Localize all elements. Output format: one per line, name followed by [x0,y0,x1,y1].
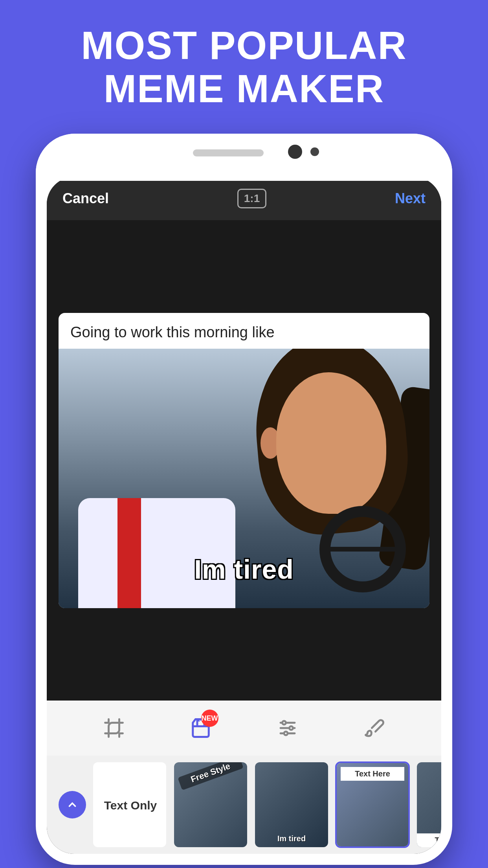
cancel-button[interactable]: Cancel [62,190,109,207]
meme-image-container: Im tired [59,349,429,608]
adjust-tool[interactable] [277,717,298,739]
app-header-title: MOST POPULAR MEME MAKER [0,0,488,126]
phone-speaker [193,149,264,156]
crop-tool[interactable] [103,717,125,739]
svg-point-6 [284,732,288,735]
new-badge: NEW [201,710,218,727]
phone-camera-small [310,147,319,156]
phone-camera [288,145,302,159]
phone-wrapper: Cancel 1:1 Next Going to work this morni… [36,134,452,865]
template-item-freestyle[interactable]: Free Style [173,761,248,848]
template-item-text-here[interactable]: Text Here [335,761,410,848]
sticker-tool[interactable]: NEW [190,717,211,739]
template-item-text-herel[interactable]: Text Herel [416,761,441,848]
app-toolbar: Cancel 1:1 Next [47,177,441,220]
phone-shell: Cancel 1:1 Next Going to work this morni… [36,134,452,865]
template-item-text-only[interactable]: Text Only [92,761,167,848]
phone-top-bar [36,134,452,181]
phone-screen: Cancel 1:1 Next Going to work this morni… [47,177,441,854]
brush-tool[interactable] [364,717,385,739]
ratio-badge[interactable]: 1:1 [237,189,266,208]
meme-card: Going to work this morning like [59,313,429,608]
meme-caption: Going to work this morning like [59,313,429,349]
meme-overlay-text: Im tired [59,554,429,585]
next-button[interactable]: Next [395,190,426,207]
meme-content-area: Going to work this morning like [47,220,441,701]
template-strip: Text Only Free Style Im tired [47,756,441,854]
bottom-toolbar: NEW [47,701,441,756]
svg-point-5 [289,726,293,730]
template-item-im-tired[interactable]: Im tired [254,761,329,848]
back-button[interactable] [59,791,86,818]
svg-point-4 [282,721,286,725]
